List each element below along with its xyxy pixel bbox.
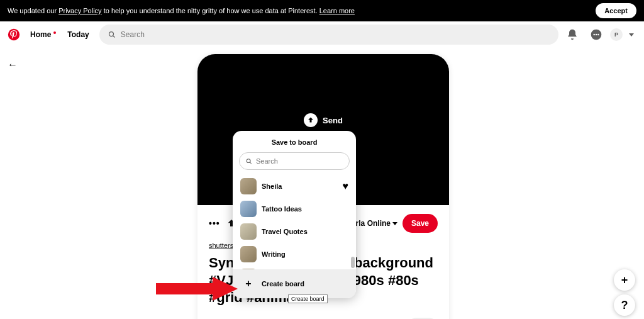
board-item[interactable]: Travel Quotes bbox=[233, 220, 356, 243]
board-thumb bbox=[240, 201, 257, 217]
board-thumb bbox=[240, 223, 257, 240]
svg-point-5 bbox=[596, 34, 597, 36]
svg-point-1 bbox=[109, 32, 113, 36]
pinterest-logo-icon[interactable] bbox=[8, 28, 20, 41]
scrollbar[interactable] bbox=[351, 257, 355, 268]
save-button[interactable]: Save bbox=[402, 214, 438, 233]
today-nav[interactable]: Today bbox=[61, 30, 95, 39]
board-name-label: Tattoo Ideas bbox=[262, 205, 348, 213]
svg-line-8 bbox=[250, 162, 252, 164]
create-board-tooltip: Create board bbox=[288, 294, 328, 303]
board-item[interactable]: Tattoo Ideas bbox=[233, 198, 356, 220]
send-icon bbox=[304, 113, 318, 127]
user-avatar[interactable]: P bbox=[610, 28, 623, 41]
board-search[interactable] bbox=[239, 152, 350, 170]
search-icon bbox=[246, 158, 252, 165]
board-thumb bbox=[240, 178, 257, 194]
svg-line-2 bbox=[113, 36, 114, 38]
accept-button[interactable]: Accept bbox=[596, 3, 636, 18]
popover-title: Save to board bbox=[233, 138, 356, 152]
more-options-button[interactable]: ••• bbox=[209, 218, 220, 228]
chat-icon[interactable] bbox=[590, 28, 602, 41]
board-name-label: Writing bbox=[262, 250, 348, 258]
board-item[interactable]: Your Pinterest Likes 🔒 bbox=[233, 266, 356, 269]
svg-marker-10 bbox=[213, 277, 238, 301]
heart-icon: ♥ bbox=[343, 181, 349, 192]
board-search-input[interactable] bbox=[256, 157, 343, 165]
back-button[interactable]: ← bbox=[8, 59, 18, 70]
plus-icon: + bbox=[242, 277, 255, 291]
save-to-board-popover: Save to board Sheila ♥ Tattoo Ideas Trav… bbox=[233, 131, 356, 298]
privacy-policy-link[interactable]: Privacy Policy bbox=[58, 7, 101, 14]
svg-point-6 bbox=[597, 34, 599, 36]
help-fab[interactable]: ? bbox=[614, 294, 635, 316]
search-icon bbox=[108, 31, 116, 38]
board-item[interactable]: Writing bbox=[233, 243, 356, 266]
search-bar[interactable] bbox=[99, 25, 558, 45]
svg-point-4 bbox=[593, 34, 595, 36]
annotation-arrow bbox=[156, 277, 238, 301]
svg-point-7 bbox=[247, 159, 250, 162]
board-name-label: Travel Quotes bbox=[262, 228, 348, 235]
chevron-down-icon bbox=[392, 222, 397, 225]
svg-rect-9 bbox=[156, 283, 213, 294]
board-list[interactable]: Sheila ♥ Tattoo Ideas Travel Quotes Writ… bbox=[233, 175, 356, 269]
board-name-label: Sheila bbox=[262, 182, 338, 190]
search-input[interactable] bbox=[121, 30, 550, 39]
bell-icon[interactable] bbox=[566, 28, 579, 41]
learn-more-link[interactable]: Learn more bbox=[319, 7, 355, 14]
main-header: Home Today P bbox=[0, 21, 644, 48]
board-thumb bbox=[240, 269, 257, 269]
chevron-down-icon[interactable] bbox=[629, 33, 634, 36]
policy-text: We updated our Privacy Policy to help yo… bbox=[8, 7, 355, 14]
board-item[interactable]: Sheila ♥ bbox=[233, 175, 356, 198]
board-thumb bbox=[240, 246, 257, 262]
create-board-label: Create board bbox=[262, 280, 304, 288]
send-overlay[interactable]: Send bbox=[304, 113, 343, 127]
home-nav[interactable]: Home bbox=[24, 30, 57, 39]
privacy-policy-banner: We updated our Privacy Policy to help yo… bbox=[0, 0, 644, 21]
pin-author-row: The 3D Design Studio Foll bbox=[197, 311, 449, 320]
add-fab[interactable]: + bbox=[614, 269, 635, 291]
